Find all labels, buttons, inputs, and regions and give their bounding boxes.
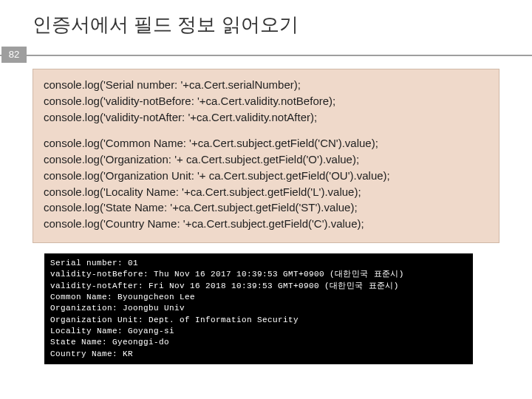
terminal-line: State Name: Gyeonggi-do [50, 337, 467, 348]
code-line: console.log('validity-notAfter: '+ca.Cer… [44, 109, 488, 126]
code-line: console.log('Organization Unit: '+ ca.Ce… [44, 168, 488, 184]
code-line: console.log('Common Name: '+ca.Cert.subj… [44, 135, 488, 151]
terminal-line: Serial number: 01 [50, 258, 467, 269]
terminal-line: Country Name: KR [50, 349, 467, 360]
terminal-line: Common Name: Byoungcheon Lee [50, 292, 467, 303]
page-number-badge: 82 [1, 47, 27, 63]
code-blank-line [44, 125, 488, 135]
slide: 인증서에서 필드 정보 읽어오기 82 console.log('Serial … [0, 0, 532, 399]
terminal-line: validity-notAfter: Fri Nov 16 2018 10:39… [50, 281, 467, 292]
code-line: console.log('State Name: '+ca.Cert.subje… [44, 200, 488, 216]
terminal-line: Organization: Joongbu Univ [50, 303, 467, 314]
code-line: console.log('validity-notBefore: '+ca.Ce… [44, 93, 488, 109]
page-title: 인증서에서 필드 정보 읽어오기 [0, 0, 532, 38]
terminal-line: Organization Unit: Dept. of Information … [50, 315, 467, 326]
terminal-line: Locality Name: Goyang-si [50, 326, 467, 337]
code-line: console.log('Country Name: '+ca.Cert.sub… [44, 216, 488, 232]
terminal-line: validity-notBefore: Thu Nov 16 2017 10:3… [50, 269, 467, 280]
code-line: console.log('Organization: '+ ca.Cert.su… [44, 151, 488, 168]
terminal-output: Serial number: 01 validity-notBefore: Th… [44, 253, 473, 365]
code-block: console.log('Serial number: '+ca.Cert.se… [33, 69, 499, 243]
code-line: console.log('Locality Name: '+ca.Cert.su… [44, 184, 488, 200]
title-rule: 82 [0, 47, 532, 63]
horizontal-rule [0, 55, 532, 56]
code-line: console.log('Serial number: '+ca.Cert.se… [44, 77, 488, 93]
